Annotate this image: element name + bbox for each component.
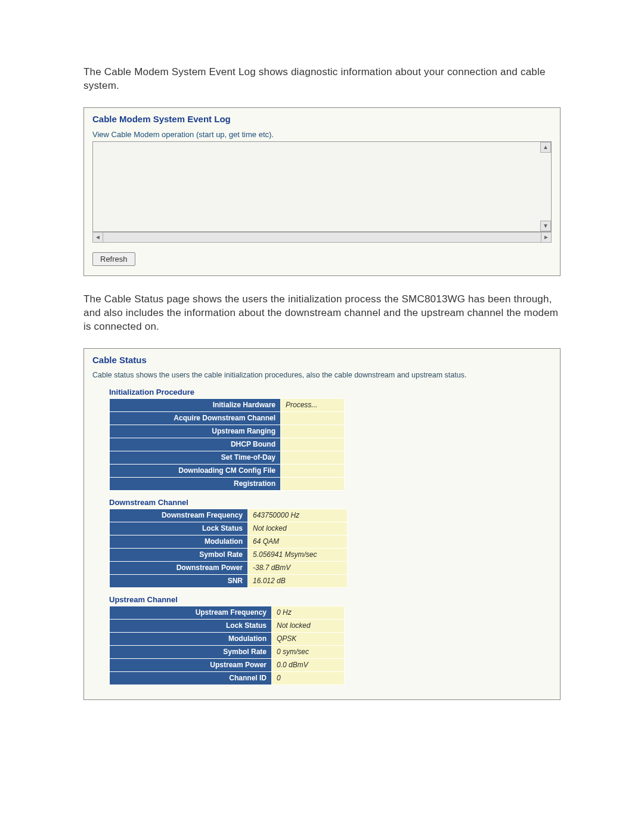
table-row: Lock StatusNot locked: [110, 619, 345, 632]
row-label: SNR: [110, 574, 248, 587]
table-row: Upstream Frequency0 Hz: [110, 606, 345, 619]
row-value: 0 sym/sec: [272, 645, 345, 658]
row-label: Upstream Power: [110, 658, 272, 671]
upstream-channel-table: Upstream Frequency0 Hz Lock StatusNot lo…: [109, 606, 345, 685]
downstream-channel-header: Downstream Channel: [109, 498, 552, 507]
scroll-right-icon[interactable]: ►: [541, 232, 552, 243]
row-value: 16.012 dB: [248, 574, 348, 587]
row-label: Upstream Frequency: [110, 606, 272, 619]
init-procedure-header: Initialization Procedure: [109, 388, 552, 397]
row-label: Registration: [110, 477, 281, 490]
downstream-channel-table: Downstream Frequency643750000 Hz Lock St…: [109, 509, 348, 588]
table-row: DHCP Bound: [110, 438, 345, 451]
table-row: Acquire Downstream Channel: [110, 411, 345, 425]
table-row: Upstream Power0.0 dBmV: [110, 658, 345, 671]
row-value: 64 QAM: [248, 535, 348, 548]
row-label: Modulation: [110, 632, 272, 645]
row-value: QPSK: [272, 632, 345, 645]
row-value: [281, 438, 345, 451]
table-row: Initialize HardwareProcess...: [110, 398, 345, 411]
row-value: -38.7 dBmV: [248, 561, 348, 574]
row-label: Symbol Rate: [110, 548, 248, 561]
cable-status-title: Cable Status: [92, 355, 552, 365]
intro-text-2: The Cable Status page shows the users th…: [83, 293, 561, 334]
row-label: Upstream Ranging: [110, 425, 281, 438]
scroll-up-icon[interactable]: ▲: [540, 142, 551, 153]
table-row: Downstream Power-38.7 dBmV: [110, 561, 348, 574]
row-label: Lock Status: [110, 522, 248, 535]
row-value: Not locked: [248, 522, 348, 535]
row-label: DHCP Bound: [110, 438, 281, 451]
row-value: [281, 425, 345, 438]
row-value: 0 Hz: [272, 606, 345, 619]
row-value: [281, 464, 345, 477]
row-value: [281, 451, 345, 464]
refresh-button[interactable]: Refresh: [92, 252, 135, 266]
table-row: Modulation64 QAM: [110, 535, 348, 548]
event-log-panel: Cable Modem System Event Log View Cable …: [83, 107, 561, 276]
table-row: Set Time-of-Day: [110, 451, 345, 464]
table-row: Registration: [110, 477, 345, 490]
table-row: Symbol Rate5.056941 Msym/sec: [110, 548, 348, 561]
scroll-left-icon[interactable]: ◄: [92, 232, 103, 243]
row-value: 643750000 Hz: [248, 509, 348, 522]
row-label: Initialize Hardware: [110, 398, 281, 411]
table-row: SNR16.012 dB: [110, 574, 348, 587]
row-label: Modulation: [110, 535, 248, 548]
scroll-down-icon[interactable]: ▼: [540, 221, 551, 231]
row-value: 0: [272, 671, 345, 685]
event-log-title: Cable Modem System Event Log: [92, 114, 552, 124]
row-label: Acquire Downstream Channel: [110, 411, 281, 425]
event-log-textarea[interactable]: ▲ ▼: [92, 141, 552, 232]
table-row: ModulationQPSK: [110, 632, 345, 645]
row-label: Set Time-of-Day: [110, 451, 281, 464]
table-row: Lock StatusNot locked: [110, 522, 348, 535]
row-value: Not locked: [272, 619, 345, 632]
row-label: Downstream Frequency: [110, 509, 248, 522]
row-value: 5.056941 Msym/sec: [248, 548, 348, 561]
intro-text-1: The Cable Modem System Event Log shows d…: [83, 66, 561, 93]
table-row: Upstream Ranging: [110, 425, 345, 438]
horizontal-scrollbar[interactable]: ◄ ►: [92, 232, 552, 243]
row-value: [281, 477, 345, 490]
cable-status-panel: Cable Status Cable status shows the user…: [83, 348, 561, 700]
row-label: Lock Status: [110, 619, 272, 632]
event-log-subtitle: View Cable Modem operation (start up, ge…: [92, 130, 552, 139]
init-procedure-table: Initialize HardwareProcess... Acquire Do…: [109, 398, 345, 491]
table-row: Downloading CM Config File: [110, 464, 345, 477]
table-row: Channel ID0: [110, 671, 345, 685]
row-label: Downloading CM Config File: [110, 464, 281, 477]
upstream-channel-header: Upstream Channel: [109, 595, 552, 604]
row-value: [281, 411, 345, 425]
row-value: 0.0 dBmV: [272, 658, 345, 671]
row-label: Symbol Rate: [110, 645, 272, 658]
row-value: Process...: [281, 398, 345, 411]
row-label: Downstream Power: [110, 561, 248, 574]
cable-status-desc: Cable status shows the users the cable i…: [92, 371, 552, 379]
row-label: Channel ID: [110, 671, 272, 685]
table-row: Symbol Rate0 sym/sec: [110, 645, 345, 658]
table-row: Downstream Frequency643750000 Hz: [110, 509, 348, 522]
